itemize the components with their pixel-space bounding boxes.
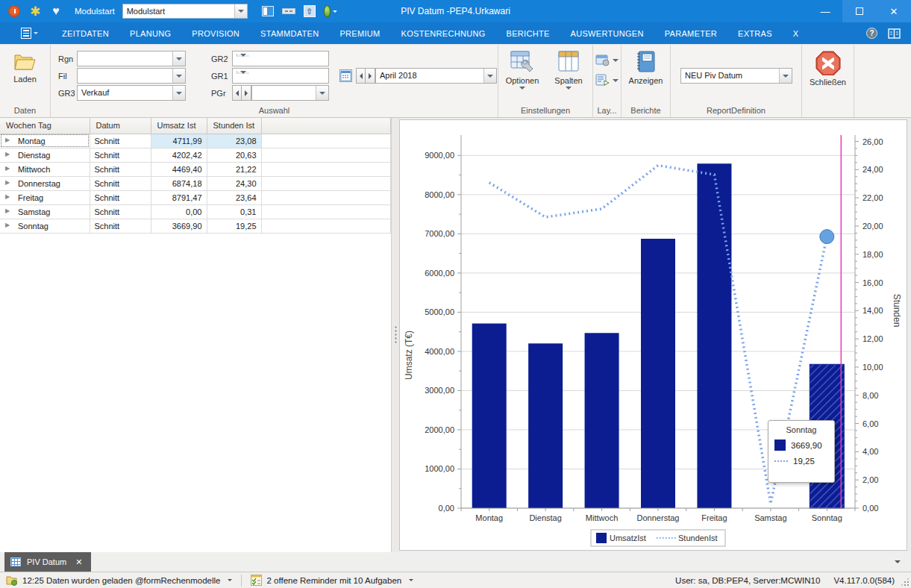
calendar-icon[interactable] <box>339 69 352 82</box>
tab-close-icon[interactable]: ✕ <box>75 557 82 567</box>
cell-umsatz-ist[interactable]: 4469,40 <box>151 162 207 176</box>
maximize-button[interactable] <box>842 0 877 22</box>
legend-label-stundenist[interactable]: StundenIst <box>678 534 718 542</box>
cell-stunden-ist[interactable]: 19,25 <box>207 219 261 233</box>
bar-freitag[interactable] <box>697 163 731 508</box>
cell-stunden-ist[interactable]: 24,30 <box>207 176 261 190</box>
period-next-button[interactable] <box>366 68 375 84</box>
menu-item-stammdaten[interactable]: STAMMDATEN <box>250 22 329 45</box>
cell-datum[interactable]: Schnitt <box>90 204 151 219</box>
cell-umsatz-ist[interactable]: 4711,99 <box>151 134 207 148</box>
cell-wochentag[interactable]: ▶Freitag <box>0 190 90 204</box>
cell-wochentag[interactable]: ▶Samstag <box>0 204 90 219</box>
menu-item-auswertungen[interactable]: AUSWERTUNGEN <box>560 22 654 45</box>
chevron-down-icon[interactable] <box>237 54 249 57</box>
table-row-freitag[interactable]: ▶FreitagSchnitt8791,4723,64 <box>0 190 391 204</box>
panel-splitter[interactable] <box>392 118 399 552</box>
resize-grip[interactable] <box>902 579 909 586</box>
tab-list-dropdown-icon[interactable] <box>895 560 901 563</box>
chevron-down-icon[interactable] <box>237 71 249 74</box>
spin-right-button[interactable] <box>242 85 251 101</box>
status-reminder[interactable]: 2 offene Reminder mit 10 Aufgaben <box>245 575 419 586</box>
menu-item-berichte[interactable]: BERICHTE <box>496 22 560 45</box>
expand-row-icon[interactable]: ▶ <box>5 137 10 143</box>
chevron-down-icon[interactable] <box>172 51 185 66</box>
menu-item-parameter[interactable]: PARAMETER <box>654 22 727 45</box>
cell-umsatz-ist[interactable]: 0,00 <box>151 204 207 219</box>
cell-wochentag[interactable]: ▶Dienstag <box>0 148 90 162</box>
expand-row-icon[interactable]: ▶ <box>5 151 10 157</box>
column-header-wochen-tag[interactable]: Wochen Tag <box>0 118 90 134</box>
table-row-sonntag[interactable]: ▶SonntagSchnitt3669,9019,25 <box>0 219 391 233</box>
schliessen-button[interactable]: Schließen <box>806 45 851 117</box>
expand-row-icon[interactable]: ▶ <box>5 222 10 228</box>
menu-item-x[interactable]: X <box>783 22 810 45</box>
cell-datum[interactable]: Schnitt <box>90 176 151 190</box>
upload-box-icon[interactable]: ⇧ <box>303 4 316 18</box>
menu-item-provision[interactable]: PROVISION <box>181 22 250 45</box>
table-row-dienstag[interactable]: ▶DienstagSchnitt4202,4220,63 <box>0 148 391 162</box>
dashes-icon[interactable] <box>282 4 295 18</box>
filter-combobox-rgn[interactable] <box>77 51 186 66</box>
expand-row-icon[interactable]: ▶ <box>5 207 10 214</box>
menu-item-zeitdaten[interactable]: ZEITDATEN <box>51 22 119 45</box>
cell-wochentag[interactable]: ▶Mittwoch <box>0 162 90 176</box>
bar-montag[interactable] <box>472 324 507 508</box>
chevron-down-icon[interactable] <box>316 86 328 100</box>
table-row-donnerstag[interactable]: ▶DonnerstagSchnitt6874,1824,30 <box>0 176 391 190</box>
line-marker-sonntag[interactable] <box>820 230 834 244</box>
minimize-button[interactable]: — <box>808 0 842 22</box>
filter-combobox-pgr[interactable] <box>251 85 329 101</box>
filter-combobox-fil[interactable] <box>77 68 186 84</box>
expand-row-icon[interactable]: ▶ <box>5 179 10 186</box>
table-row-montag[interactable]: ▶MontagSchnitt4711,9923,08 <box>0 134 391 148</box>
chevron-down-icon[interactable] <box>172 69 185 83</box>
spin-left-button[interactable] <box>232 85 242 101</box>
cell-umsatz-ist[interactable]: 8791,47 <box>151 190 207 204</box>
layout-load-button[interactable] <box>595 74 619 87</box>
cell-stunden-ist[interactable]: 21,22 <box>207 162 261 176</box>
table-row-mittwoch[interactable]: ▶MittwochSchnitt4469,4021,22 <box>0 162 391 176</box>
cell-wochentag[interactable]: ▶Sonntag <box>0 219 90 233</box>
menu-launcher-icon[interactable] <box>21 28 38 39</box>
book-icon[interactable] <box>888 28 901 39</box>
cell-wochentag[interactable]: ▶Montag <box>0 134 90 148</box>
filter-combobox-gr2[interactable] <box>232 51 329 66</box>
cell-datum[interactable]: Schnitt <box>90 190 151 204</box>
column-header-umsatz-ist[interactable]: Umsatz Ist <box>151 118 207 134</box>
cell-datum[interactable]: Schnitt <box>90 219 151 233</box>
legend-label-umsatzist[interactable]: UmsatzIst <box>610 534 646 542</box>
heart-icon[interactable]: ♥ <box>49 4 63 18</box>
period-combobox[interactable]: April 2018 <box>375 68 497 84</box>
bug-icon[interactable] <box>324 4 337 18</box>
legend-swatch-umsatzist[interactable] <box>596 533 607 543</box>
bar-donnerstag[interactable] <box>641 239 675 508</box>
cell-stunden-ist[interactable]: 23,08 <box>207 134 261 148</box>
cell-datum[interactable]: Schnitt <box>90 162 151 176</box>
menu-item-kostenrechnung[interactable]: KOSTENRECHNUNG <box>391 22 496 45</box>
cell-datum[interactable]: Schnitt <box>90 134 151 148</box>
column-header-stunden-ist[interactable]: Stunden Ist <box>207 118 261 134</box>
chevron-down-icon[interactable] <box>483 69 496 83</box>
clock-icon[interactable] <box>7 4 21 18</box>
close-button[interactable]: ✕ <box>877 0 911 22</box>
tab-piv-datum[interactable]: PIV Datum ✕ <box>4 552 91 572</box>
period-prev-button[interactable] <box>356 68 366 84</box>
chevron-down-icon[interactable] <box>779 69 792 83</box>
asterisk-icon[interactable]: ✱ <box>28 4 42 18</box>
cell-umsatz-ist[interactable]: 6874,18 <box>151 176 207 190</box>
modulstart-combobox[interactable]: Modulstart <box>122 4 248 19</box>
cell-wochentag[interactable]: ▶Donnerstag <box>0 176 90 190</box>
expand-row-icon[interactable]: ▶ <box>5 165 10 172</box>
status-message[interactable]: 12:25 Daten wurden geladen @formRechenmo… <box>0 575 238 586</box>
column-header-datum[interactable]: Datum <box>90 118 151 134</box>
reportdefinition-combobox[interactable]: NEU Piv Datum <box>680 68 792 84</box>
cell-stunden-ist[interactable]: 20,63 <box>207 148 261 162</box>
filter-combobox-gr3[interactable]: Verkauf <box>77 85 186 101</box>
menu-item-planung[interactable]: PLANUNG <box>119 22 181 45</box>
filter-combobox-gr1[interactable] <box>232 68 329 84</box>
layout-save-button[interactable] <box>595 54 619 66</box>
menu-item-extras[interactable]: EXTRAS <box>727 22 783 45</box>
help-icon[interactable]: ? <box>866 28 877 39</box>
bar-mittwoch[interactable] <box>585 333 619 508</box>
